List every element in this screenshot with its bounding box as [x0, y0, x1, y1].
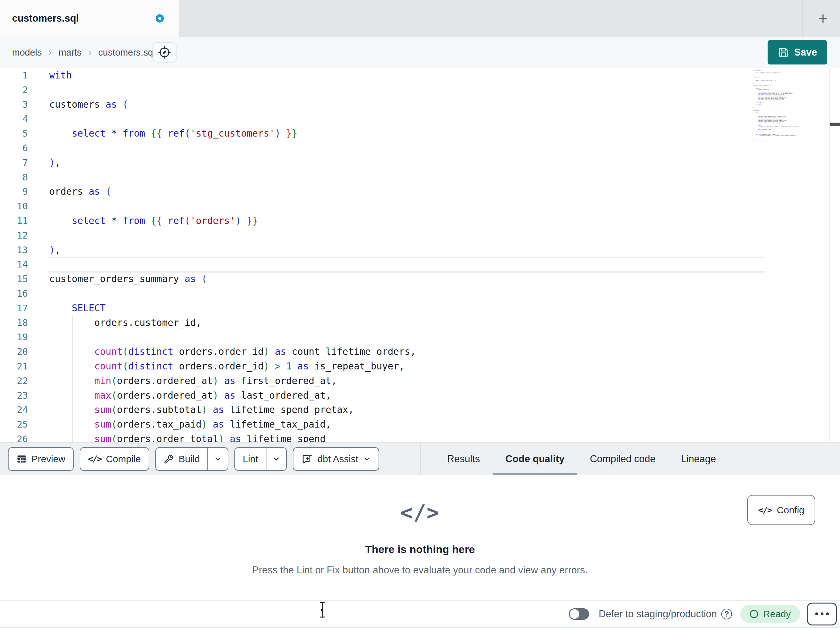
code-line[interactable]: 11 select * from {{ ref('orders') }} — [0, 214, 840, 228]
line-number: 21 — [0, 359, 28, 374]
file-header-bar: models › marts › customers.sql — [0, 37, 840, 68]
empty-state: </> There is nothing here Press the Lint… — [0, 500, 840, 576]
build-button[interactable]: Build — [156, 448, 208, 470]
scrollbar-thumb[interactable] — [830, 123, 840, 126]
line-number: 23 — [0, 389, 28, 403]
chevron-down-icon — [214, 455, 222, 463]
compile-button-label: Compile — [106, 454, 141, 464]
file-tab-title: customers.sql — [12, 13, 79, 24]
code-line[interactable]: 24 sum(orders.subtotal) as lifetime_spen… — [0, 403, 840, 418]
minimap-divider — [829, 68, 830, 442]
line-number: 9 — [0, 185, 28, 199]
editor-minimap[interactable]: with customers as ( select * from {{ ref… — [753, 68, 829, 142]
config-button-label: Config — [777, 505, 804, 516]
code-line[interactable]: 18 orders.customer_id, — [0, 316, 840, 331]
empty-state-title: There is nothing here — [365, 543, 475, 555]
line-number: 22 — [0, 374, 28, 389]
status-badge-label: Ready — [763, 609, 791, 619]
code-line[interactable]: 16 — [0, 286, 840, 301]
lint-split-button: Lint — [234, 447, 286, 471]
breadcrumb-models[interactable]: models — [12, 47, 42, 58]
code-line[interactable]: 4 — [0, 112, 840, 127]
code-line[interactable]: 6 — [0, 141, 840, 156]
code-line[interactable]: 25 sum(orders.tax_paid) as lifetime_tax_… — [0, 418, 840, 432]
code-line[interactable]: 2 — [0, 83, 840, 98]
code-line[interactable]: 3customers as ( — [0, 98, 840, 112]
help-icon[interactable]: ? — [721, 609, 732, 619]
preview-button[interactable]: Preview — [8, 447, 74, 471]
tab-lineage[interactable]: Lineage — [668, 443, 728, 475]
code-line[interactable]: 19 — [0, 330, 840, 345]
defer-toggle[interactable] — [569, 608, 589, 620]
code-line[interactable]: 9orders as ( — [0, 185, 840, 199]
line-number: 6 — [0, 141, 28, 156]
wrench-icon — [164, 454, 174, 464]
config-button[interactable]: </> Config — [747, 495, 815, 525]
code-line[interactable]: 12 — [0, 228, 840, 243]
line-number: 18 — [0, 316, 28, 331]
save-button-label: Save — [794, 47, 817, 58]
line-number: 8 — [0, 170, 28, 185]
code-editor[interactable]: 1with23customers as (45 select * from {{… — [0, 68, 840, 442]
breadcrumb-file: customers.sql — [98, 47, 155, 58]
code-line[interactable]: 21 count(distinct orders.order_id) > 1 a… — [0, 359, 840, 374]
line-number: 26 — [0, 432, 28, 442]
code-quality-panel: </> There is nothing here Press the Lint… — [0, 475, 840, 600]
defer-label: Defer to staging/production — [598, 608, 717, 620]
dbt-ide-window: customers.sql + models › marts › custome… — [0, 0, 840, 628]
preview-button-label: Preview — [32, 454, 65, 464]
dbt-assist-button[interactable]: dbt Assist — [293, 447, 379, 471]
chevron-right-icon: › — [88, 47, 92, 57]
line-number: 2 — [0, 83, 28, 98]
line-number: 14 — [0, 257, 28, 272]
plus-icon: + — [818, 9, 827, 28]
empty-state-message: Press the Lint or Fix button above to ev… — [252, 565, 587, 576]
compass-icon — [158, 46, 172, 59]
line-number: 11 — [0, 214, 28, 228]
file-tab-customers-sql[interactable]: customers.sql — [0, 0, 180, 37]
code-line[interactable]: 20 count(distinct orders.order_id) as co… — [0, 345, 840, 359]
code-line[interactable]: 17 SELECT — [0, 301, 840, 316]
line-number: 12 — [0, 228, 28, 243]
line-number: 20 — [0, 345, 28, 359]
code-line[interactable]: 1with — [0, 68, 840, 83]
lint-dropdown-button[interactable] — [266, 448, 286, 470]
line-number: 13 — [0, 243, 28, 258]
code-line[interactable]: 14 — [0, 257, 840, 272]
line-number: 3 — [0, 98, 28, 112]
tab-results[interactable]: Results — [434, 443, 493, 475]
code-line[interactable]: 7), — [0, 156, 840, 170]
more-options-button[interactable] — [807, 603, 837, 625]
tab-strip-divider — [802, 0, 802, 37]
save-button[interactable]: Save — [767, 40, 827, 65]
new-tab-button[interactable]: + — [806, 0, 840, 37]
line-number: 1 — [0, 68, 28, 83]
open-lineage-compass-button[interactable] — [152, 42, 177, 63]
code-line[interactable]: 22 min(orders.ordered_at) as first_order… — [0, 374, 840, 389]
line-number: 5 — [0, 127, 28, 141]
tab-compiled-code[interactable]: Compiled code — [577, 443, 668, 475]
code-line[interactable]: 10 — [0, 199, 840, 214]
dbt-assist-label: dbt Assist — [317, 454, 358, 464]
code-line[interactable]: 8 — [0, 170, 840, 185]
tab-code-quality[interactable]: Code quality — [493, 443, 577, 475]
compile-button[interactable]: </> Compile — [80, 447, 149, 471]
build-split-button: Build — [155, 447, 229, 471]
lint-button[interactable]: Lint — [235, 448, 265, 470]
breadcrumb-marts[interactable]: marts — [58, 47, 82, 58]
text-cursor-pointer — [319, 602, 325, 617]
code-line[interactable]: 23 max(orders.ordered_at) as last_ordere… — [0, 389, 840, 403]
status-badge: Ready — [740, 605, 800, 623]
action-bar: Preview </> Compile Build — [0, 442, 840, 475]
code-line[interactable]: 13), — [0, 243, 840, 258]
status-footer: Defer to staging/production ? Ready — [0, 600, 840, 628]
code-line[interactable]: 5 select * from {{ ref('stg_customers') … — [0, 127, 840, 141]
code-line[interactable]: 15customer_orders_summary as ( — [0, 272, 840, 286]
line-number: 19 — [0, 330, 28, 345]
build-dropdown-button[interactable] — [207, 448, 228, 470]
breadcrumb: models › marts › customers.sql — [12, 37, 155, 68]
code-line[interactable]: 26 sum(orders.order_total) as lifetime_s… — [0, 432, 840, 442]
code-area[interactable]: 1with23customers as (45 select * from {{… — [0, 68, 840, 442]
lint-button-label: Lint — [243, 454, 258, 464]
chevron-down-icon — [363, 455, 371, 463]
